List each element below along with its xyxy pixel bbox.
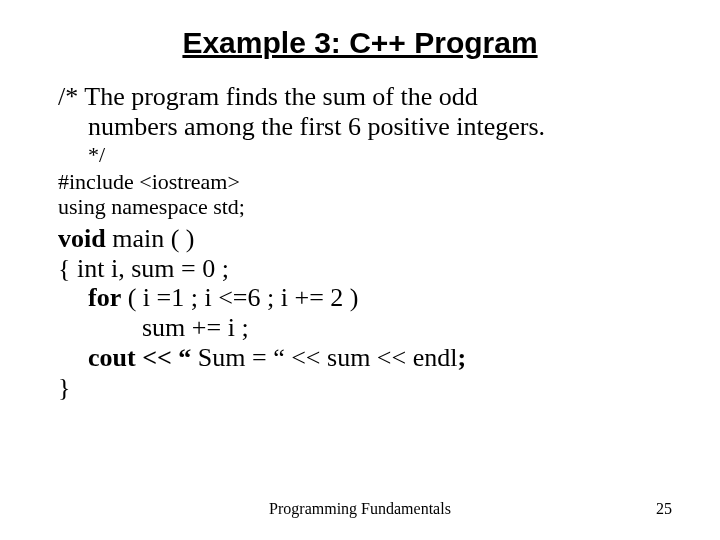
cout-semicolon: ;	[457, 343, 466, 372]
include-line: #include <iostream>	[58, 169, 662, 194]
footer: Programming Fundamentals 25	[0, 500, 720, 518]
footer-page-number: 25	[656, 500, 672, 518]
comment-bold-2: numbers among the first 6 positive integ…	[88, 112, 545, 141]
comment-start: /* The program	[58, 82, 226, 111]
footer-center: Programming Fundamentals	[0, 500, 720, 518]
for-keyword: for	[88, 283, 121, 312]
decl-line: { int i, sum = 0 ;	[58, 254, 662, 284]
sum-line: sum += i ;	[58, 313, 662, 343]
cout-bold-start: cout << “	[88, 343, 198, 372]
main-rest: main ( )	[106, 224, 195, 253]
comment-close: */	[58, 142, 662, 167]
brace-close: }	[58, 373, 662, 403]
comment-bold-1: finds the sum of the odd	[226, 82, 478, 111]
slide-title: Example 3: C++ Program	[0, 26, 720, 60]
comment-line-1: /* The program finds the sum of the odd	[58, 82, 662, 112]
brace-open: {	[58, 254, 77, 283]
comment-line-2: numbers among the first 6 positive integ…	[58, 112, 662, 142]
for-line: for ( i =1 ; i <=6 ; i += 2 )	[58, 283, 662, 313]
for-rest: ( i =1 ; i <=6 ; i += 2 )	[121, 283, 358, 312]
cout-mid: Sum = “ << sum << endl	[198, 343, 458, 372]
slide-body: /* The program finds the sum of the odd …	[0, 82, 720, 403]
using-line: using namespace std;	[58, 194, 662, 219]
main-signature: void main ( )	[58, 224, 662, 254]
void-keyword: void	[58, 224, 106, 253]
decl-rest: int i, sum = 0 ;	[77, 254, 229, 283]
cout-line: cout << “ Sum = “ << sum << endl;	[58, 343, 662, 373]
